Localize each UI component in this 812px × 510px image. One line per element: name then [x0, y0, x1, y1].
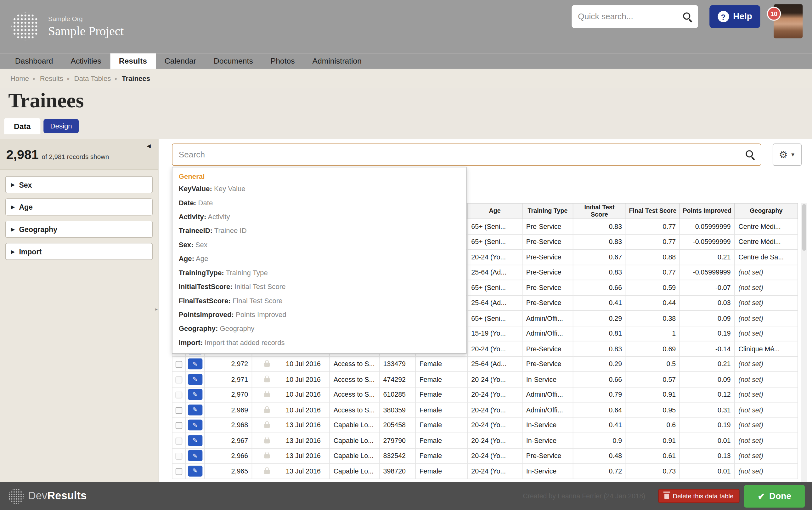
nav-tab-photos[interactable]: Photos [262, 53, 304, 68]
field-name: Sex: [179, 241, 194, 249]
row-checkbox[interactable] [176, 376, 182, 383]
tab-data[interactable]: Data [4, 118, 40, 134]
cell-points-improved: 0.21 [680, 249, 734, 265]
filter-item-age[interactable]: ▶ Age [5, 198, 153, 215]
field-description: Geography [218, 325, 254, 333]
field-name: TrainingType: [179, 269, 224, 277]
cell-date: 10 Jul 2016 [282, 372, 329, 387]
cell-date: 13 Jul 2016 [282, 418, 329, 433]
breadcrumb-item-results[interactable]: Results [40, 75, 63, 83]
search-field-option[interactable]: Import: Import that added records [179, 336, 466, 349]
search-field-option[interactable]: Age: Age [179, 252, 466, 266]
field-name: TraineeID: [179, 227, 212, 235]
search-field-option[interactable]: FinalTestScore: Final Test Score [179, 294, 466, 308]
col-header-geography[interactable]: Geography [734, 203, 798, 219]
col-header-age[interactable]: Age [467, 203, 522, 219]
search-icon[interactable] [746, 150, 754, 159]
field-name: Geography: [179, 325, 218, 333]
cell-geography: (not set) [734, 265, 798, 280]
edit-row-button[interactable]: ✎ [187, 465, 202, 477]
row-checkbox[interactable] [176, 437, 182, 444]
quick-search [572, 5, 698, 28]
row-checkbox[interactable] [176, 453, 182, 460]
cell-final-test-score: 0.59 [626, 280, 679, 295]
nav-tab-calendar[interactable]: Calendar [156, 53, 205, 68]
nav-tab-results[interactable]: Results [110, 53, 156, 68]
filter-item-sex[interactable]: ▶ Sex [5, 176, 153, 193]
row-checkbox[interactable] [176, 361, 182, 368]
edit-row-button[interactable]: ✎ [187, 420, 202, 431]
search-field-option[interactable]: KeyValue: Key Value [179, 182, 466, 196]
search-field-option[interactable]: Geography: Geography [179, 322, 466, 336]
cell-trainee-id: 279790 [379, 433, 415, 448]
cell-initial-test-score: 0.29 [573, 357, 626, 372]
row-checkbox[interactable] [176, 392, 182, 398]
search-field-option[interactable]: Date: Date [179, 196, 466, 210]
col-header-initial-test-score[interactable]: Initial Test Score [573, 203, 626, 219]
filter-item-import[interactable]: ▶ Import [5, 243, 153, 260]
org-name: Sample Org [48, 16, 83, 23]
cell-activity: Access to S... [329, 372, 379, 387]
breadcrumb-item-home[interactable]: Home [10, 75, 29, 83]
cell-activity: Capable Lo... [329, 448, 379, 463]
cell-final-test-score: 0.6 [626, 418, 679, 433]
table-row: ✎ 2,971 10 Jul 2016 Access to S... 47429… [172, 372, 798, 387]
edit-row-button[interactable]: ✎ [187, 435, 202, 446]
search-field-option[interactable]: TraineeID: Trainee ID [179, 224, 466, 238]
nav-tab-dashboard[interactable]: Dashboard [6, 53, 62, 68]
created-by-text: Created by Leanna Ferrier (24 Jan 2018) [523, 492, 645, 500]
cell-training-type: In-Service [522, 372, 573, 387]
lock-icon [264, 470, 270, 474]
cell-points-improved: 0.13 [680, 448, 734, 463]
cell-geography: (not set) [734, 387, 798, 402]
search-field-option[interactable]: InitialTestScore: Initial Test Score [179, 280, 466, 294]
search-input[interactable] [172, 144, 761, 166]
col-header-points-improved[interactable]: Points Improved [680, 203, 734, 219]
row-checkbox[interactable] [176, 422, 182, 429]
cell-geography: (not set) [734, 357, 798, 372]
cell-training-type: Pre-Service [522, 295, 573, 311]
search-field-option[interactable]: Activity: Activity [179, 210, 466, 224]
help-button[interactable]: ? Help [709, 5, 760, 28]
filter-item-geography[interactable]: ▶ Geography [5, 221, 153, 238]
notification-badge[interactable]: 10 [767, 7, 781, 21]
cell-sex: Female [415, 463, 467, 479]
field-name: Activity: [179, 213, 206, 221]
vertical-scrollbar[interactable] [801, 203, 807, 482]
edit-row-button[interactable]: ✎ [187, 404, 202, 416]
edit-row-button[interactable]: ✎ [187, 359, 202, 370]
col-header-final-test-score[interactable]: Final Test Score [626, 203, 679, 219]
cell-final-test-score: 0.5 [626, 357, 679, 372]
row-checkbox[interactable] [176, 407, 182, 414]
cell-training-type: Pre-Service [522, 249, 573, 265]
search-icon[interactable] [683, 12, 692, 21]
edit-row-button[interactable]: ✎ [187, 450, 202, 461]
cell-points-improved: 0.03 [680, 295, 734, 311]
done-button[interactable]: ✔ Done [744, 485, 805, 508]
nav-tab-documents[interactable]: Documents [205, 53, 262, 68]
nav-tab-activities[interactable]: Activities [62, 53, 110, 68]
quick-search-input[interactable] [578, 12, 683, 21]
cell-geography: (not set) [734, 463, 798, 479]
row-checkbox[interactable] [176, 468, 182, 475]
cell-points-improved: -0.05999999 [680, 234, 734, 250]
edit-row-button[interactable]: ✎ [187, 374, 202, 385]
search-field-option[interactable]: PointsImproved: Points Improved [179, 308, 466, 321]
nav-tab-administration[interactable]: Administration [304, 53, 371, 68]
cell-sex: Female [415, 433, 467, 448]
scrollbar-thumb[interactable] [802, 204, 806, 251]
collapse-sidebar-icon[interactable]: ◀ [147, 143, 151, 149]
breadcrumb-item-data-tables[interactable]: Data Tables [74, 75, 111, 83]
sidebar-resize-handle[interactable]: ▸ [155, 304, 159, 315]
edit-row-button[interactable]: ✎ [187, 389, 202, 400]
pencil-icon: ✎ [192, 391, 198, 398]
search-field-option[interactable]: TrainingType: Training Type [179, 266, 466, 280]
delete-data-table-button[interactable]: Delete this data table [658, 489, 740, 503]
field-description: Activity [206, 213, 230, 221]
tab-design[interactable]: Design [44, 119, 79, 133]
filter-label: Sex [19, 180, 32, 189]
col-header-training-type[interactable]: Training Type [522, 203, 573, 219]
search-field-option[interactable]: Sex: Sex [179, 238, 466, 252]
cell-points-improved: 0.19 [680, 326, 734, 341]
table-settings-button[interactable]: ⚙ ▼ [773, 144, 802, 166]
